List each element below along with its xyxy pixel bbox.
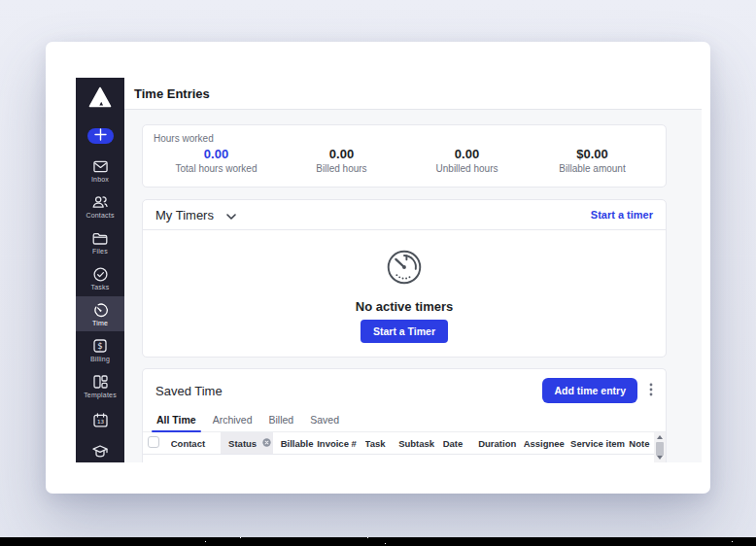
stat-unbilled-hours: 0.00 Unbilled hours — [404, 147, 530, 174]
my-timers-dropdown[interactable]: My Timers — [155, 206, 236, 223]
stat-value: 0.00 — [154, 147, 279, 161]
kebab-menu-button[interactable] — [647, 381, 655, 401]
column-service-item[interactable]: Service item — [570, 438, 629, 449]
stat-label: Total hours worked — [154, 163, 279, 174]
sidebar-item-learn[interactable] — [76, 436, 124, 462]
no-active-timers-text: No active timers — [356, 299, 453, 314]
stat-label: Billable amount — [530, 163, 655, 174]
calendar-icon: 13 — [92, 412, 108, 427]
hours-worked-card: Hours worked 0.00 Total hours worked 0.0… — [142, 124, 667, 188]
select-all-cell — [148, 436, 171, 450]
column-status[interactable]: Status — [221, 432, 273, 454]
column-invoice[interactable]: Invoice # — [317, 438, 364, 449]
start-timer-button[interactable]: Start a Timer — [361, 320, 448, 343]
graduation-cap-icon — [92, 444, 108, 460]
chevron-down-icon[interactable] — [226, 206, 236, 223]
column-subtask[interactable]: Subtask — [398, 438, 442, 449]
sidebar-item-time[interactable]: Time — [76, 296, 124, 331]
saved-time-actions: Add time entry — [542, 378, 655, 403]
content-area: Hours worked 0.00 Total hours worked 0.0… — [124, 110, 702, 462]
my-timers-card: My Timers Start a timer — [142, 199, 667, 358]
kebab-menu-icon — [649, 383, 653, 399]
timer-stopwatch-icon — [382, 245, 427, 293]
column-task[interactable]: Task — [365, 438, 399, 449]
sidebar-item-billing[interactable]: $ Billing — [76, 332, 124, 367]
tab-saved[interactable]: Saved — [309, 409, 340, 431]
column-note[interactable]: Note — [629, 438, 654, 449]
triangle-logo-icon — [88, 86, 112, 112]
app-logo[interactable] — [86, 86, 115, 112]
column-duration[interactable]: Duration — [478, 438, 523, 449]
stat-total-hours: 0.00 Total hours worked — [154, 147, 279, 174]
sidebar-item-label: Tasks — [91, 284, 110, 290]
stat-value: $0.00 — [530, 147, 655, 161]
add-time-entry-button[interactable]: Add time entry — [542, 378, 637, 403]
sidebar-item-contacts[interactable]: Contacts — [76, 188, 124, 223]
tasks-check-circle-icon — [92, 266, 108, 282]
saved-time-tabs: All Time Archived Billed Saved — [143, 407, 666, 432]
my-timers-title: My Timers — [155, 208, 214, 222]
saved-time-header: Saved Time Add time entry — [143, 369, 666, 407]
scrollbar-thumb[interactable] — [656, 442, 664, 456]
select-all-checkbox[interactable] — [148, 436, 159, 448]
plus-icon — [94, 128, 107, 144]
sidebar: Inbox Contacts Files — [76, 78, 124, 462]
inbox-envelope-icon — [92, 158, 108, 174]
stats-row: 0.00 Total hours worked 0.00 Billed hour… — [154, 147, 655, 174]
saved-time-card: Saved Time Add time entry — [142, 368, 667, 462]
page-header: Time Entries — [124, 78, 702, 110]
sidebar-item-label: Files — [92, 248, 108, 255]
my-timers-header: My Timers Start a timer — [143, 200, 666, 230]
stat-label: Unbilled hours — [404, 163, 530, 174]
hours-worked-caption: Hours worked — [154, 133, 655, 144]
table-header-row: Contact Status Billable Invoice # Task — [143, 432, 666, 455]
sidebar-item-label: Time — [92, 320, 108, 326]
page-title: Time Entries — [134, 86, 210, 101]
create-new-button[interactable] — [87, 128, 114, 144]
stat-billable-amount: $0.00 Billable amount — [530, 147, 655, 174]
stat-billed-hours: 0.00 Billed hours — [279, 147, 404, 174]
contacts-people-icon — [92, 194, 108, 210]
time-clock-icon — [92, 302, 108, 318]
templates-layout-icon — [92, 374, 108, 390]
sidebar-item-inbox[interactable]: Inbox — [76, 153, 124, 188]
column-contact[interactable]: Contact — [171, 438, 221, 449]
sidebar-item-templates[interactable]: Templates — [76, 368, 124, 403]
sidebar-item-label: Templates — [84, 392, 117, 398]
scroll-down-arrow-icon[interactable] — [657, 456, 663, 460]
app-screenshot: Inbox Contacts Files — [76, 78, 702, 462]
sidebar-item-calendar[interactable]: 13 — [76, 404, 124, 435]
glitch-noise-strip — [0, 537, 756, 546]
billing-dollar-icon: $ — [92, 338, 108, 354]
stat-value: 0.00 — [279, 147, 404, 161]
tab-archived[interactable]: Archived — [212, 409, 254, 431]
tab-billed[interactable]: Billed — [268, 409, 295, 431]
sidebar-item-tasks[interactable]: Tasks — [76, 260, 124, 295]
column-billable[interactable]: Billable — [273, 438, 318, 449]
svg-text:13: 13 — [96, 419, 104, 425]
sidebar-item-label: Contacts — [86, 212, 114, 219]
files-folder-icon — [92, 230, 108, 246]
column-assignee[interactable]: Assignee — [524, 438, 570, 449]
sidebar-nav: Inbox Contacts Files — [76, 153, 124, 462]
my-timers-empty-state: No active timers Start a Timer — [143, 230, 666, 357]
stat-value: 0.00 — [404, 147, 530, 161]
desktop-background: Inbox Contacts Files — [0, 0, 756, 546]
start-timer-link[interactable]: Start a timer — [591, 209, 653, 221]
saved-time-title: Saved Time — [155, 384, 223, 398]
tab-all-time[interactable]: All Time — [155, 409, 197, 431]
main-area: Time Entries Hours worked 0.00 Total hou… — [124, 78, 702, 462]
saved-time-table: Contact Status Billable Invoice # Task — [143, 432, 666, 462]
x-circle-icon[interactable] — [262, 438, 271, 449]
scroll-up-arrow-icon[interactable] — [657, 435, 663, 439]
sidebar-item-label: Billing — [90, 356, 110, 362]
table-scrollbar[interactable] — [654, 432, 666, 462]
sidebar-item-files[interactable]: Files — [76, 224, 124, 259]
app-window-card: Inbox Contacts Files — [46, 42, 710, 494]
sidebar-item-label: Inbox — [91, 176, 109, 183]
column-status-label: Status — [228, 438, 257, 449]
svg-text:$: $ — [97, 341, 102, 351]
stat-label: Billed hours — [279, 163, 404, 174]
column-date[interactable]: Date — [443, 438, 479, 449]
